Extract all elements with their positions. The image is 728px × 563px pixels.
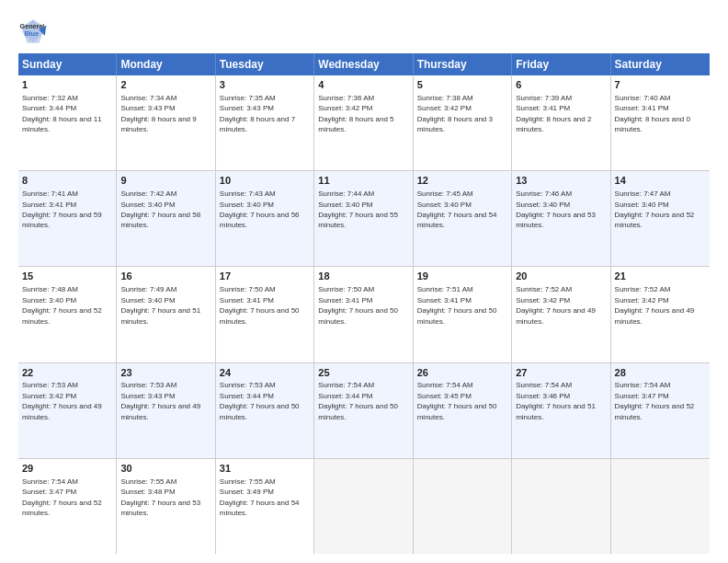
day-number: 24 [220,366,310,380]
day-number: 31 [220,462,310,476]
day-number: 20 [516,270,606,283]
cell-info: Sunrise: 7:40 AMSunset: 3:41 PMDaylight:… [615,94,690,133]
cell-info: Sunrise: 7:48 AMSunset: 3:40 PMDaylight:… [22,285,102,325]
calendar-cell: 13Sunrise: 7:46 AMSunset: 3:40 PMDayligh… [512,171,610,266]
cell-info: Sunrise: 7:55 AMSunset: 3:48 PMDaylight:… [120,477,200,517]
day-number: 3 [220,78,310,92]
calendar-cell: 14Sunrise: 7:47 AMSunset: 3:40 PMDayligh… [611,171,710,266]
cell-info: Sunrise: 7:50 AMSunset: 3:41 PMDaylight:… [220,285,300,325]
calendar-cell: 3Sunrise: 7:35 AMSunset: 3:43 PMDaylight… [216,75,314,170]
cell-info: Sunrise: 7:54 AMSunset: 3:47 PMDaylight:… [22,477,102,517]
day-number: 30 [120,462,210,476]
day-number: 1 [22,78,112,92]
day-number: 26 [417,366,507,380]
calendar-cell: 5Sunrise: 7:38 AMSunset: 3:42 PMDaylight… [414,75,512,170]
header: General Blue [18,17,710,46]
calendar-cell: 16Sunrise: 7:49 AMSunset: 3:40 PMDayligh… [117,267,215,362]
cell-info: Sunrise: 7:44 AMSunset: 3:40 PMDaylight:… [318,190,398,229]
cell-info: Sunrise: 7:52 AMSunset: 3:42 PMDaylight:… [615,285,695,325]
day-number: 27 [516,366,606,380]
calendar-body: 1Sunrise: 7:32 AMSunset: 3:44 PMDaylight… [18,75,710,554]
calendar-cell: 15Sunrise: 7:48 AMSunset: 3:40 PMDayligh… [18,267,117,362]
calendar-row: 22Sunrise: 7:53 AMSunset: 3:42 PMDayligh… [18,363,710,459]
cell-info: Sunrise: 7:53 AMSunset: 3:43 PMDaylight:… [120,381,200,420]
day-number: 29 [22,462,112,476]
calendar-cell: 1Sunrise: 7:32 AMSunset: 3:44 PMDaylight… [18,75,117,170]
calendar-cell: 22Sunrise: 7:53 AMSunset: 3:42 PMDayligh… [18,363,117,458]
calendar-row: 8Sunrise: 7:41 AMSunset: 3:41 PMDaylight… [18,171,710,267]
day-number: 11 [318,174,408,188]
day-number: 5 [417,78,507,92]
cell-info: Sunrise: 7:54 AMSunset: 3:44 PMDaylight:… [318,381,398,420]
calendar-cell: 30Sunrise: 7:55 AMSunset: 3:48 PMDayligh… [117,459,215,554]
calendar-cell [611,459,710,554]
day-number: 8 [22,174,112,188]
cell-info: Sunrise: 7:39 AMSunset: 3:41 PMDaylight:… [516,94,591,133]
day-number: 9 [120,174,210,188]
day-number: 21 [615,270,706,283]
logo-icon: General Blue [18,17,48,46]
calendar-day-header: Friday [512,53,610,75]
calendar-row: 1Sunrise: 7:32 AMSunset: 3:44 PMDaylight… [18,75,710,171]
calendar-cell: 17Sunrise: 7:50 AMSunset: 3:41 PMDayligh… [216,267,314,362]
day-number: 4 [318,78,408,92]
cell-info: Sunrise: 7:46 AMSunset: 3:40 PMDaylight:… [516,190,596,229]
cell-info: Sunrise: 7:34 AMSunset: 3:43 PMDaylight:… [120,94,196,133]
calendar-cell: 31Sunrise: 7:55 AMSunset: 3:49 PMDayligh… [216,459,314,554]
calendar-cell: 25Sunrise: 7:54 AMSunset: 3:44 PMDayligh… [314,363,413,458]
svg-text:Blue: Blue [24,29,39,38]
day-number: 19 [417,270,507,283]
cell-info: Sunrise: 7:49 AMSunset: 3:40 PMDaylight:… [120,285,200,325]
day-number: 18 [318,270,408,283]
cell-info: Sunrise: 7:47 AMSunset: 3:40 PMDaylight:… [615,190,695,229]
day-number: 16 [120,270,210,283]
calendar-cell: 26Sunrise: 7:54 AMSunset: 3:45 PMDayligh… [414,363,512,458]
cell-info: Sunrise: 7:36 AMSunset: 3:42 PMDaylight:… [318,94,393,133]
calendar-cell: 19Sunrise: 7:51 AMSunset: 3:41 PMDayligh… [414,267,512,362]
calendar-cell: 9Sunrise: 7:42 AMSunset: 3:40 PMDaylight… [117,171,215,266]
day-number: 10 [220,174,310,188]
calendar-header: SundayMondayTuesdayWednesdayThursdayFrid… [18,53,710,75]
day-number: 17 [220,270,310,283]
calendar-cell: 7Sunrise: 7:40 AMSunset: 3:41 PMDaylight… [611,75,710,170]
day-number: 13 [516,174,606,188]
calendar-cell: 12Sunrise: 7:45 AMSunset: 3:40 PMDayligh… [414,171,512,266]
calendar-cell: 28Sunrise: 7:54 AMSunset: 3:47 PMDayligh… [611,363,710,458]
logo: General Blue [18,17,48,46]
calendar-day-header: Saturday [611,53,710,75]
calendar-cell: 20Sunrise: 7:52 AMSunset: 3:42 PMDayligh… [512,267,610,362]
calendar-cell [414,459,512,554]
calendar-cell: 10Sunrise: 7:43 AMSunset: 3:40 PMDayligh… [216,171,314,266]
calendar: SundayMondayTuesdayWednesdayThursdayFrid… [18,53,710,554]
cell-info: Sunrise: 7:54 AMSunset: 3:47 PMDaylight:… [615,381,695,420]
cell-info: Sunrise: 7:32 AMSunset: 3:44 PMDaylight:… [22,94,102,133]
cell-info: Sunrise: 7:42 AMSunset: 3:40 PMDaylight:… [120,190,200,229]
cell-info: Sunrise: 7:45 AMSunset: 3:40 PMDaylight:… [417,190,497,229]
calendar-cell: 6Sunrise: 7:39 AMSunset: 3:41 PMDaylight… [512,75,610,170]
calendar-cell [314,459,413,554]
cell-info: Sunrise: 7:53 AMSunset: 3:42 PMDaylight:… [22,381,102,420]
day-number: 25 [318,366,408,380]
page: General Blue SundayMondayTuesdayWednesda… [0,0,728,563]
calendar-cell: 2Sunrise: 7:34 AMSunset: 3:43 PMDaylight… [117,75,215,170]
cell-info: Sunrise: 7:53 AMSunset: 3:44 PMDaylight:… [220,381,300,420]
day-number: 2 [120,78,210,92]
calendar-day-header: Wednesday [314,53,413,75]
calendar-cell: 4Sunrise: 7:36 AMSunset: 3:42 PMDaylight… [314,75,413,170]
day-number: 12 [417,174,507,188]
day-number: 14 [615,174,706,188]
cell-info: Sunrise: 7:54 AMSunset: 3:45 PMDaylight:… [417,381,497,420]
calendar-row: 15Sunrise: 7:48 AMSunset: 3:40 PMDayligh… [18,267,710,362]
calendar-day-header: Thursday [414,53,512,75]
cell-info: Sunrise: 7:54 AMSunset: 3:46 PMDaylight:… [516,381,596,420]
cell-info: Sunrise: 7:38 AMSunset: 3:42 PMDaylight:… [417,94,493,133]
calendar-row: 29Sunrise: 7:54 AMSunset: 3:47 PMDayligh… [18,459,710,554]
cell-info: Sunrise: 7:55 AMSunset: 3:49 PMDaylight:… [220,477,300,517]
calendar-cell: 27Sunrise: 7:54 AMSunset: 3:46 PMDayligh… [512,363,610,458]
day-number: 23 [120,366,210,380]
cell-info: Sunrise: 7:41 AMSunset: 3:41 PMDaylight:… [22,190,102,229]
day-number: 15 [22,270,112,283]
calendar-cell [512,459,610,554]
calendar-cell: 21Sunrise: 7:52 AMSunset: 3:42 PMDayligh… [611,267,710,362]
cell-info: Sunrise: 7:43 AMSunset: 3:40 PMDaylight:… [220,190,300,229]
